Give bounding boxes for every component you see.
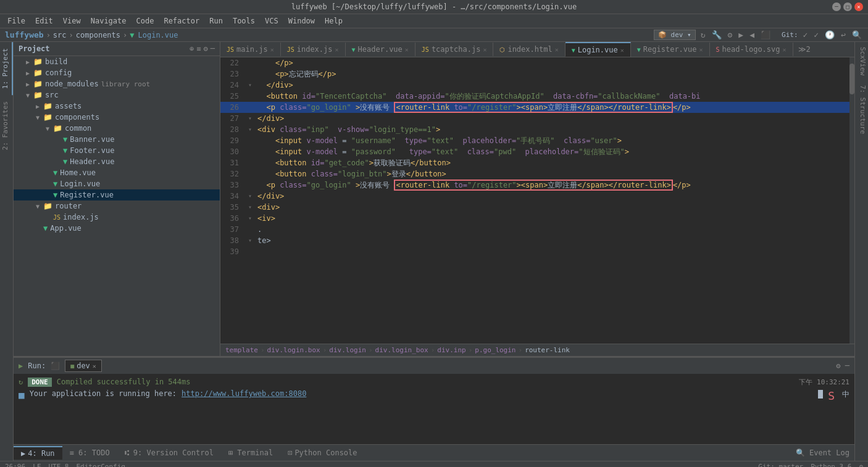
- tab-register-vue[interactable]: ▼ Register.vue ✕: [631, 43, 710, 56]
- tab-tcaptcha[interactable]: JS tcaptcha.js ✕: [415, 43, 494, 56]
- tab-index-html[interactable]: ⬡ index.html ✕: [493, 43, 565, 56]
- menu-run[interactable]: Run: [204, 15, 228, 27]
- tab-index-js[interactable]: JS index.js ✕: [281, 43, 346, 56]
- tree-item-config[interactable]: ▶ 📁 config: [14, 67, 220, 78]
- run-minimize-icon[interactable]: ─: [845, 362, 849, 370]
- tab-favorites[interactable]: 2: Favorites: [0, 95, 13, 156]
- bottom-tab-terminal-label: ⊞ Terminal: [228, 448, 273, 457]
- tree-item-header-vue[interactable]: ▶ ▼ Header.vue: [14, 156, 220, 167]
- tab-close-main-js[interactable]: ✕: [270, 46, 274, 53]
- run-tab-close[interactable]: ✕: [93, 363, 96, 370]
- tab-project[interactable]: 1: Project: [0, 42, 13, 95]
- menu-vcs[interactable]: VCS: [260, 15, 283, 27]
- close-button[interactable]: ✕: [854, 2, 863, 11]
- bottom-tab-python-console[interactable]: ⊡ Python Console: [280, 447, 364, 459]
- tab-close-svg[interactable]: ✕: [783, 46, 787, 53]
- path-div-inp: div.inp: [437, 346, 465, 354]
- breadcrumb-components[interactable]: components: [76, 31, 120, 39]
- refresh-icon[interactable]: ↻: [699, 30, 707, 39]
- git-check-icon[interactable]: ✓: [802, 30, 809, 39]
- tab-structure[interactable]: 7: Structure: [855, 80, 868, 139]
- tab-header-vue[interactable]: ▼ Header.vue ✕: [346, 43, 415, 56]
- tree-item-banner[interactable]: ▶ ▼ Banner.vue: [14, 134, 220, 145]
- tree-item-src[interactable]: ▼ 📁 src: [14, 89, 220, 101]
- tab-close-tcaptcha[interactable]: ✕: [483, 46, 486, 53]
- collapse-icon[interactable]: ≡: [196, 44, 201, 53]
- tab-close-login[interactable]: ✕: [620, 47, 624, 54]
- tree-item-build[interactable]: ▶ 📁 build: [14, 56, 220, 67]
- git-history-icon[interactable]: 🕐: [824, 30, 836, 39]
- breadcrumb-file[interactable]: Login.vue: [138, 31, 178, 39]
- settings-icon-status[interactable]: ⚙: [859, 463, 863, 467]
- git-undo-icon[interactable]: ↩: [840, 30, 847, 39]
- tree-item-app[interactable]: ▶ ▼ App.vue: [14, 223, 220, 234]
- run-settings-icon[interactable]: ⚙: [836, 362, 840, 370]
- code-editor[interactable]: 22 </p> 23 <p>忘记密码</p>: [220, 57, 854, 344]
- console-output: ↻ DONE Compiled successfully in 544ms 下午…: [14, 374, 854, 444]
- scrollbar-track[interactable]: [849, 57, 854, 344]
- tab-login-vue[interactable]: ▼ Login.vue ✕: [565, 42, 631, 57]
- tree-item-footer[interactable]: ▶ ▼ Footer.vue: [14, 145, 220, 156]
- window-controls[interactable]: ─ □ ✕: [832, 2, 863, 11]
- code-line-32: 32 <button class="login_btn">登录</button>: [220, 168, 854, 180]
- menu-code[interactable]: Code: [131, 15, 159, 27]
- config-icon[interactable]: ⚙: [727, 30, 734, 39]
- console-link[interactable]: http://www.luffyweb.com:8080: [182, 389, 306, 398]
- run-stop-icon[interactable]: ⬛: [51, 362, 60, 370]
- tree-item-common[interactable]: ▼ 📁 common: [14, 123, 220, 134]
- tree-item-login[interactable]: ▶ ▼ Login.vue: [14, 178, 220, 189]
- settings-icon[interactable]: ⚙: [204, 44, 208, 53]
- git-search-icon[interactable]: 🔍: [851, 30, 863, 39]
- run-tab-label: dev: [77, 362, 90, 370]
- menu-edit[interactable]: Edit: [30, 15, 58, 27]
- tab-close-header[interactable]: ✕: [405, 46, 409, 53]
- path-router-link: router-link: [525, 346, 570, 354]
- tab-head-logo-svg[interactable]: S head-logo.svg ✕: [710, 43, 793, 56]
- bottom-tab-version-control[interactable]: ⑆ 9: Version Control: [117, 447, 221, 459]
- scrollbar-thumb[interactable]: [849, 64, 854, 94]
- menu-refactor[interactable]: Refactor: [159, 15, 204, 27]
- console-info-icon: ■: [19, 389, 25, 401]
- console-refresh-icon[interactable]: ↻: [19, 378, 23, 386]
- tree-item-router[interactable]: ▼ 📁 router: [14, 200, 220, 212]
- code-line-36: 36 ▾ <iv>: [220, 213, 854, 224]
- path-div-login-box: div.login.box: [267, 346, 320, 354]
- tree-item-node-modules[interactable]: ▶ 📁 node_modules library root: [14, 78, 220, 89]
- menu-help[interactable]: Help: [320, 15, 348, 27]
- forward-icon[interactable]: ▶: [737, 30, 745, 39]
- maximize-button[interactable]: □: [843, 2, 852, 11]
- bottom-tab-todo[interactable]: ≡ 6: TODO: [62, 447, 117, 459]
- back-icon[interactable]: ◀: [748, 30, 756, 39]
- add-icon[interactable]: ⊕: [190, 44, 194, 53]
- bottom-tab-run[interactable]: ▶ 4: Run: [14, 446, 62, 460]
- menu-tools[interactable]: Tools: [228, 15, 260, 27]
- tab-scxview[interactable]: ScxView: [855, 42, 868, 80]
- tab-main-js[interactable]: JS main.js ✕: [220, 43, 281, 56]
- build-icon[interactable]: 🔧: [711, 30, 723, 39]
- tree-item-components[interactable]: ▼ 📁 components: [14, 112, 220, 123]
- run-dev-tab[interactable]: ■ dev ✕: [65, 360, 102, 372]
- bottom-tab-terminal[interactable]: ⊞ Terminal: [221, 447, 280, 459]
- code-line-23: 23 <p>忘记密码</p>: [220, 68, 854, 80]
- tab-overflow-button[interactable]: ≫2: [793, 43, 816, 56]
- tab-close-index-html[interactable]: ✕: [555, 46, 559, 53]
- tree-item-register[interactable]: ▶ ▼ Register.vue: [14, 189, 220, 200]
- tree-item-home[interactable]: ▶ ▼ Home.vue: [14, 167, 220, 178]
- stop-icon[interactable]: ⬛: [759, 30, 772, 39]
- bottom-tab-event-log[interactable]: 🔍 Event Log: [796, 448, 854, 457]
- minimize-button[interactable]: ─: [832, 2, 841, 11]
- tree-item-assets[interactable]: ▶ 📁 assets: [14, 101, 220, 112]
- breadcrumb-src[interactable]: src: [53, 31, 67, 39]
- menu-window[interactable]: Window: [283, 15, 320, 27]
- run-play-icon[interactable]: ▶: [19, 362, 23, 370]
- tree-item-router-index[interactable]: ▶ JS index.js: [14, 212, 220, 223]
- tab-close-register[interactable]: ✕: [699, 46, 703, 53]
- git-check2-icon[interactable]: ✓: [812, 30, 820, 39]
- menu-file[interactable]: File: [2, 15, 30, 27]
- menu-view[interactable]: View: [58, 15, 86, 27]
- dev-selector[interactable]: 📦 dev ▾: [654, 30, 696, 40]
- tab-close-index-js[interactable]: ✕: [335, 46, 339, 53]
- menu-navigate[interactable]: Navigate: [86, 15, 131, 27]
- project-logo[interactable]: luffyweb: [5, 30, 44, 39]
- hide-icon[interactable]: ─: [211, 44, 215, 53]
